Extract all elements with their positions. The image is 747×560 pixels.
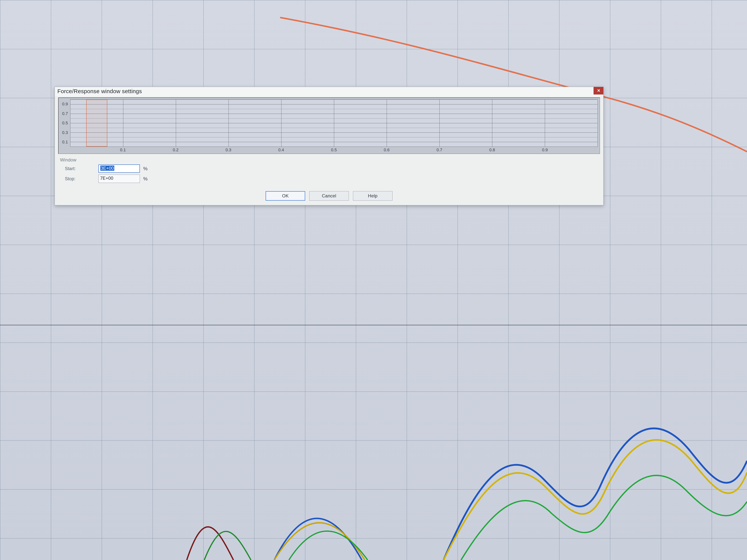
- button-row: OK Cancel Help: [58, 191, 600, 201]
- x-tick-label: 0.2: [171, 148, 180, 154]
- close-icon: ✕: [597, 88, 600, 93]
- dialog-title: Force/Response window settings: [57, 88, 142, 95]
- x-tick-label: 0.3: [224, 148, 233, 154]
- stop-input[interactable]: 7E+00: [99, 175, 140, 183]
- background-grid: [0, 0, 747, 560]
- selection-box[interactable]: [86, 100, 107, 146]
- start-unit: %: [143, 166, 155, 171]
- stop-unit: %: [143, 176, 155, 182]
- y-tick-label: 0.9: [58, 102, 69, 107]
- close-button[interactable]: ✕: [594, 87, 603, 95]
- x-tick-label: 0.7: [435, 148, 444, 154]
- window-group: Window Start: 3E+00 % Stop: 7E+00 %: [58, 157, 600, 186]
- start-input[interactable]: 3E+00: [99, 164, 140, 173]
- help-button[interactable]: Help: [353, 191, 392, 201]
- titlebar: Force/Response window settings ✕: [55, 87, 603, 96]
- y-tick-label: 0.1: [58, 140, 69, 144]
- x-tick-label: 0.5: [330, 148, 338, 154]
- x-tick-label: 0.6: [382, 148, 391, 154]
- window-group-label: Window: [60, 157, 598, 163]
- y-tick-label: 0.5: [58, 121, 69, 126]
- x-tick-label: 0.4: [277, 148, 286, 154]
- preview-chart[interactable]: 0.90.70.50.30.10.10.20.30.40.50.60.70.80…: [58, 98, 600, 154]
- start-label: Start:: [65, 166, 95, 171]
- force-response-window-settings-dialog: Force/Response window settings ✕ 0.90.70…: [55, 87, 603, 205]
- stop-label: Stop:: [65, 176, 95, 181]
- background-axis-line: [0, 325, 747, 325]
- stop-input-value: 7E+00: [100, 176, 113, 181]
- ok-button[interactable]: OK: [266, 191, 305, 201]
- x-tick-label: 0.9: [540, 148, 549, 154]
- start-input-value: 3E+00: [100, 166, 114, 171]
- y-tick-label: 0.7: [58, 111, 69, 116]
- x-tick-label: 0.1: [119, 148, 127, 154]
- cancel-button[interactable]: Cancel: [309, 191, 349, 201]
- y-tick-label: 0.3: [58, 130, 69, 135]
- x-tick-label: 0.8: [488, 148, 497, 154]
